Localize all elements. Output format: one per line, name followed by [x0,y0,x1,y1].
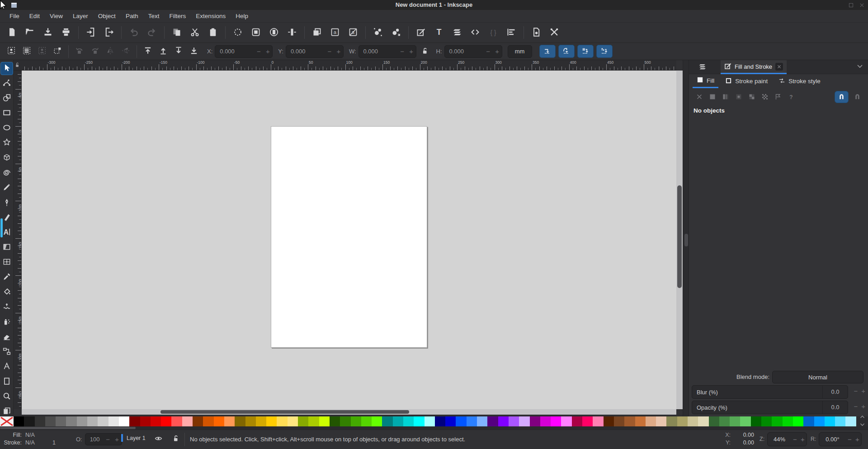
palette-swatch[interactable] [593,416,603,426]
palette-swatch[interactable] [45,416,56,426]
palette-swatch[interactable] [171,416,182,426]
paint-swatch-button[interactable] [758,91,771,104]
palette-swatch[interactable] [572,416,582,426]
palette-swatch[interactable] [161,416,171,426]
x-decrement[interactable]: − [254,47,263,55]
h-field[interactable]: 0.000 −+ [444,45,502,58]
paint-unknown-button[interactable] [771,91,784,104]
palette-swatch[interactable] [730,416,740,426]
canvas[interactable] [22,71,676,409]
palette-swatch[interactable] [56,416,66,426]
menu-extensions[interactable]: Extensions [191,11,231,21]
rotate-cw-button[interactable] [87,45,103,58]
palette-swatch[interactable] [203,416,213,426]
select-all-button[interactable] [4,45,19,58]
menu-edit[interactable]: Edit [24,11,45,21]
dock-menu-chevron-icon[interactable] [856,62,863,71]
palette-swatch[interactable] [403,416,414,426]
h-increment[interactable]: + [493,47,502,55]
palette-swatch[interactable] [635,416,646,426]
object-ungroup-button[interactable] [387,24,405,41]
document-print-button[interactable] [57,24,75,41]
raise-button[interactable] [156,45,171,58]
dock-tab-fill-stroke[interactable]: Fill and Stroke [721,60,787,74]
palette-swatch[interactable] [182,416,193,426]
palette-swatch[interactable] [77,416,87,426]
menu-help[interactable]: Help [231,11,253,21]
palette-swatch[interactable] [414,416,424,426]
palette-swatch[interactable] [330,416,340,426]
opacity-slider[interactable]: Opacity (%) 0.0 [692,401,848,414]
palette-swatch[interactable] [266,416,277,426]
selector-tool[interactable] [0,62,13,75]
spray-tool[interactable] [0,316,13,329]
edit-clone-unlink-button[interactable]: a [344,24,362,41]
palette-swatch[interactable] [540,416,551,426]
y-decrement[interactable]: − [325,47,334,55]
node-editor-tool[interactable] [0,77,13,90]
palette-swatch[interactable] [14,416,24,426]
paint-pattern-button[interactable] [745,91,758,104]
menu-layer[interactable]: Layer [68,11,93,21]
h-decrement[interactable]: − [484,47,493,55]
paint-help-button[interactable]: ? [784,91,797,104]
zoom-drawing-button[interactable] [247,24,265,41]
palette-swatch[interactable] [772,416,782,426]
palette-swatch[interactable] [35,416,45,426]
palette-swatch[interactable] [393,416,403,426]
palette-swatch[interactable] [751,416,761,426]
palette-swatch[interactable] [319,416,330,426]
page-tool[interactable] [0,375,13,388]
edit-cut-button[interactable] [186,24,204,41]
palette-swatch[interactable] [87,416,98,426]
palette-swatch[interactable] [825,416,835,426]
tab-stroke-style[interactable]: Stroke style [774,74,825,88]
pen-tool[interactable] [0,196,13,209]
layer-lock-icon[interactable] [173,435,180,443]
palette-swatch[interactable] [66,416,76,426]
document-new-button[interactable] [3,24,21,41]
connector-tool[interactable] [0,345,13,359]
palette-swatch[interactable] [245,416,256,426]
transform-pattern-toggle[interactable] [596,45,613,58]
paint-flat-button[interactable] [706,91,719,104]
dialog-xml-editor-button[interactable] [466,24,484,41]
eraser-tool[interactable] [0,331,13,344]
zoom-page-width-button[interactable] [283,24,301,41]
palette-swatch[interactable] [709,416,719,426]
palette-swatch[interactable] [288,416,298,426]
document-import-button[interactable] [82,24,100,41]
dialog-fill-stroke-button[interactable] [412,24,430,41]
palette-swatch[interactable] [646,416,656,426]
palette-scrollbar-thumb[interactable] [0,427,136,429]
palette-swatch[interactable] [793,416,803,426]
palette-up-icon[interactable] [859,414,865,421]
palette-swatch[interactable] [151,416,161,426]
palette-swatch[interactable] [761,416,772,426]
palette-swatch[interactable] [551,416,561,426]
palette-swatch[interactable] [214,416,224,426]
opacity-inc[interactable]: + [113,435,122,443]
spiral-tool[interactable] [0,166,13,180]
palette-swatch[interactable] [298,416,308,426]
palette-swatch[interactable] [24,416,34,426]
x-increment[interactable]: + [263,47,272,55]
lower-to-bottom-button[interactable] [186,45,202,58]
rectangle-tool[interactable] [0,107,13,120]
palette-swatch[interactable] [498,416,509,426]
y-increment[interactable]: + [334,47,343,55]
palette-swatch[interactable] [561,416,571,426]
maximize-button[interactable] [847,1,854,9]
layer-selector[interactable]: Layer 1 [121,434,146,442]
palette-swatch[interactable] [814,416,825,426]
lock-ratio-icon[interactable] [422,47,429,56]
dock-tab-objects[interactable] [694,61,710,73]
gradient-tool[interactable] [0,241,13,254]
transform-gradient-toggle[interactable] [577,45,594,58]
blur-decrement[interactable]: − [854,387,858,395]
flip-vertical-button[interactable] [118,45,133,58]
measure-tool[interactable] [0,360,13,373]
w-decrement[interactable]: − [398,47,407,55]
document-save-button[interactable] [39,24,57,41]
vertical-ruler[interactable]: -50050100150200250300350 [14,71,22,409]
